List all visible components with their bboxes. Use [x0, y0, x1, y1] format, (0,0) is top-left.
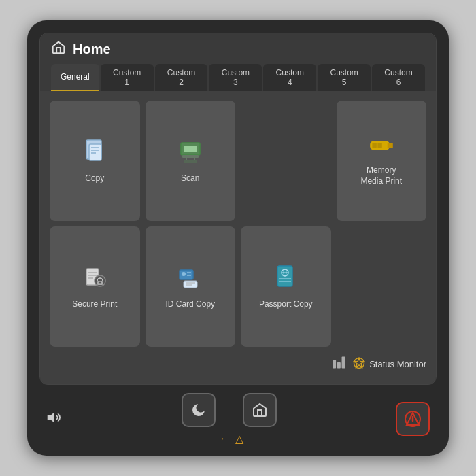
warning-indicator: △	[235, 432, 243, 445]
tab-general[interactable]: General	[51, 64, 99, 91]
secure-print-label: Secure Print	[72, 299, 117, 310]
scan-icon	[177, 137, 204, 168]
app-tile-empty1	[241, 101, 331, 221]
volume-icon[interactable]	[46, 411, 63, 428]
status-bar: Status Monitor	[50, 354, 426, 375]
center-controls: → △	[182, 393, 277, 445]
app-tile-secure[interactable]: Secure Print	[50, 226, 140, 347]
home-title-row: Home	[51, 40, 425, 58]
stop-button[interactable]	[396, 402, 430, 436]
scan-label: Scan	[181, 173, 199, 184]
app-grid: Copy Scan	[50, 101, 426, 347]
svg-rect-12	[388, 143, 393, 148]
svg-rect-10	[184, 160, 197, 163]
stop-area	[396, 402, 430, 436]
passport-label: Passport Copy	[259, 299, 313, 310]
main-screen: Home General Custom 1 Custom 2 Custom 3 …	[39, 33, 437, 385]
svg-rect-14	[377, 143, 381, 148]
tab-custom6[interactable]: Custom 6	[372, 64, 425, 91]
passport-icon	[272, 263, 299, 294]
copy-label: Copy	[85, 173, 104, 184]
svg-rect-35	[333, 360, 336, 369]
network-icon	[333, 356, 347, 372]
idcard-label: ID Card Copy	[165, 299, 215, 310]
screen-body: Copy Scan	[40, 91, 436, 384]
svg-rect-6	[184, 146, 197, 152]
forward-indicator: →	[215, 432, 226, 445]
tab-custom3[interactable]: Custom 3	[209, 64, 262, 91]
svg-point-21	[99, 282, 101, 284]
bottom-controls: → △	[39, 392, 437, 446]
copy-icon	[81, 137, 108, 168]
volume-area	[46, 411, 63, 428]
app-tile-scan[interactable]: Scan	[146, 101, 236, 221]
app-tile-idcard[interactable]: ID Card Copy	[146, 226, 236, 347]
tab-custom2[interactable]: Custom 2	[155, 64, 208, 91]
home-house-icon	[51, 40, 66, 58]
app-tile-copy[interactable]: Copy	[50, 101, 140, 221]
status-monitor-icon	[353, 357, 365, 372]
svg-rect-22	[180, 270, 193, 279]
app-tile-empty2	[337, 226, 427, 347]
tab-custom5[interactable]: Custom 5	[318, 64, 371, 91]
usb-icon	[368, 135, 395, 160]
status-monitor[interactable]: Status Monitor	[353, 357, 426, 372]
svg-rect-7	[182, 155, 199, 158]
sleep-button[interactable]	[182, 393, 216, 427]
memory-label: MemoryMedia Print	[360, 165, 402, 186]
svg-rect-36	[337, 362, 341, 368]
svg-rect-13	[372, 143, 376, 148]
tab-custom1[interactable]: Custom 1	[101, 64, 154, 91]
tab-bar: General Custom 1 Custom 2 Custom 3 Custo…	[51, 64, 425, 91]
svg-rect-1	[89, 144, 101, 160]
home-title-label: Home	[73, 41, 111, 57]
id-card-icon	[177, 263, 204, 294]
app-tile-memory[interactable]: MemoryMedia Print	[337, 101, 427, 221]
svg-rect-26	[184, 281, 197, 288]
svg-point-23	[182, 272, 186, 276]
svg-marker-40	[48, 412, 54, 422]
screen-header: Home General Custom 1 Custom 2 Custom 3 …	[40, 33, 436, 91]
tab-custom4[interactable]: Custom 4	[263, 64, 316, 91]
home-button[interactable]	[243, 393, 277, 427]
printer-device: Home General Custom 1 Custom 2 Custom 3 …	[27, 20, 449, 456]
secure-print-icon	[81, 263, 108, 294]
app-tile-passport[interactable]: Passport Copy	[241, 226, 331, 347]
status-monitor-label: Status Monitor	[369, 359, 426, 369]
